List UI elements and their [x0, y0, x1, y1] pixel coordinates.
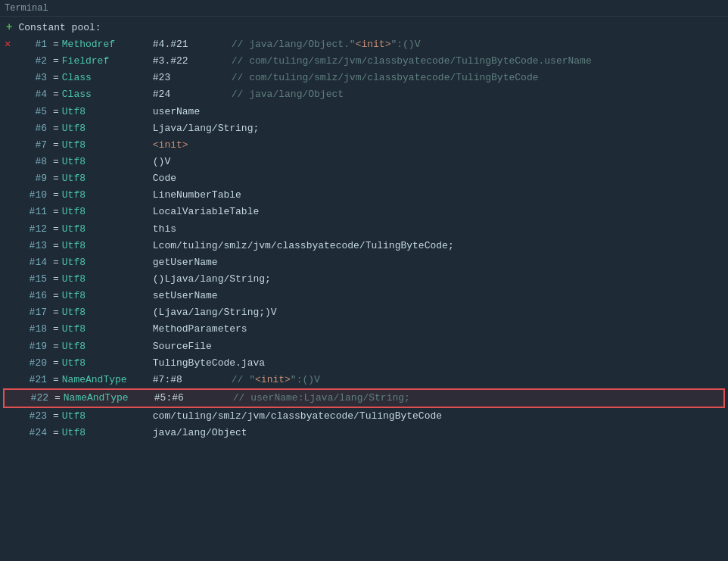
entry-type: Class: [62, 70, 153, 86]
entry-ref: (Ljava/lang/String;)V: [153, 305, 277, 320]
table-row: #16 = Utf8setUserName: [0, 288, 728, 304]
entry-type: Utf8: [62, 305, 153, 320]
entry-equals: =: [53, 171, 59, 186]
entry-type: Utf8: [62, 204, 153, 220]
entry-ref: setUserName: [153, 288, 218, 304]
entry-ref: #5:#6: [154, 391, 215, 406]
entry-type: Utf8: [62, 171, 153, 186]
entry-index: #7: [18, 138, 47, 153]
constant-pool-header: Constant pool:: [18, 22, 101, 33]
entry-index: #13: [18, 238, 47, 254]
entry-index: #15: [18, 272, 47, 287]
table-row: #11 = Utf8LocalVariableTable: [0, 204, 728, 220]
table-row: #17 = Utf8(Ljava/lang/String;)V: [0, 304, 728, 321]
entry-ref: com/tuling/smlz/jvm/classbyatecode/Tulin…: [153, 409, 442, 424]
entry-ref: <init>: [153, 138, 213, 153]
entry-index: #2: [18, 54, 47, 69]
entry-index: #24: [18, 425, 47, 441]
entry-equals: =: [53, 238, 59, 254]
entry-ref: #3.#22: [153, 54, 213, 69]
entry-ref: Code: [153, 171, 213, 186]
x-icon: ✕: [5, 36, 11, 53]
entry-equals: =: [53, 37, 59, 52]
entry-type: Methodref: [62, 37, 153, 52]
entry-comment: // userName:Ljava/lang/String;: [233, 391, 410, 406]
entry-ref: #7:#8: [153, 372, 213, 388]
table-row: #3 = Class#23// com/tuling/smlz/jvm/clas…: [0, 70, 728, 86]
table-row: #22 = NameAndType#5:#6// userName:Ljava/…: [3, 388, 725, 408]
entry-index: #3: [18, 70, 47, 86]
pool-entries: ✕#1 = Methodref#4.#21// java/lang/Object…: [0, 36, 728, 441]
table-row: #8 = Utf8()V: [0, 154, 728, 170]
entry-equals: =: [53, 121, 59, 136]
entry-equals: =: [53, 305, 59, 320]
entry-ref: MethodParameters: [153, 322, 247, 337]
entry-type: Utf8: [62, 356, 153, 371]
entry-ref: LocalVariableTable: [153, 204, 259, 220]
entry-type: Utf8: [62, 339, 153, 354]
entry-type: Utf8: [62, 104, 153, 120]
header-line: + Constant pool:: [0, 21, 728, 36]
entry-type: Utf8: [62, 288, 153, 304]
entry-type: NameAndType: [62, 372, 153, 388]
table-row: #21 = NameAndType#7:#8// "<init>":()V: [0, 372, 728, 388]
table-row: #15 = Utf8()Ljava/lang/String;: [0, 271, 728, 288]
table-row: #7 = Utf8<init>: [0, 137, 728, 154]
table-row: #4 = Class#24// java/lang/Object: [0, 86, 728, 103]
entry-type: Utf8: [62, 188, 153, 203]
table-row: #10 = Utf8LineNumberTable: [0, 187, 728, 204]
entry-index: #21: [18, 372, 47, 388]
plus-icon: +: [6, 21, 12, 33]
table-row: #13 = Utf8Lcom/tuling/smlz/jvm/classbyat…: [0, 238, 728, 254]
table-row: #20 = Utf8TulingByteCode.java: [0, 355, 728, 372]
table-row: #2 = Fieldref#3.#22// com/tuling/smlz/jv…: [0, 53, 728, 70]
table-row: #9 = Utf8Code: [0, 170, 728, 187]
entry-ref: Lcom/tuling/smlz/jvm/classbyatecode/Tuli…: [153, 238, 454, 254]
entry-equals: =: [53, 54, 59, 69]
entry-index: #19: [18, 339, 47, 354]
entry-index: #20: [18, 356, 47, 371]
entry-comment: // "<init>":()V: [232, 372, 320, 388]
entry-equals: =: [53, 222, 59, 237]
entry-ref: SourceFile: [153, 339, 213, 354]
entry-equals: =: [53, 70, 59, 86]
entry-ref: #24: [153, 87, 213, 102]
entry-index: #1: [18, 37, 47, 52]
entry-index: #9: [18, 171, 47, 186]
table-row: #23 = Utf8com/tuling/smlz/jvm/classbyate…: [0, 408, 728, 425]
entry-equals: =: [53, 204, 59, 220]
entry-type: Utf8: [62, 121, 153, 136]
entry-equals: =: [54, 391, 61, 406]
entry-type: Utf8: [62, 138, 153, 153]
title-bar-text: Terminal: [5, 3, 48, 14]
terminal-window: Terminal + Constant pool: ✕#1 = Methodre…: [0, 0, 728, 561]
entry-equals: =: [53, 322, 59, 337]
entry-index: #12: [18, 222, 47, 237]
entry-ref: LineNumberTable: [153, 188, 241, 203]
entry-equals: =: [53, 154, 59, 170]
entry-equals: =: [53, 138, 59, 153]
entry-ref: java/lang/Object: [153, 425, 247, 441]
entry-equals: =: [53, 104, 59, 120]
entry-type: Utf8: [62, 154, 153, 170]
entry-index: #22: [20, 391, 48, 406]
table-row: ✕#1 = Methodref#4.#21// java/lang/Object…: [0, 36, 728, 53]
entry-index: #8: [18, 154, 47, 170]
entry-equals: =: [53, 339, 59, 354]
entry-equals: =: [53, 188, 59, 203]
table-row: #12 = Utf8this: [0, 221, 728, 238]
entry-ref: #4.#21: [153, 37, 213, 52]
entry-type: NameAndType: [64, 391, 154, 406]
entry-comment: // java/lang/Object: [232, 87, 344, 102]
entry-type: Fieldref: [62, 54, 153, 69]
table-row: #6 = Utf8Ljava/lang/String;: [0, 120, 728, 137]
entry-index: #17: [18, 305, 47, 320]
table-row: #24 = Utf8java/lang/Object: [0, 425, 728, 441]
entry-ref: ()Ljava/lang/String;: [153, 272, 271, 287]
entry-index: #14: [18, 255, 47, 270]
entry-type: Utf8: [62, 255, 153, 270]
entry-type: Utf8: [62, 425, 153, 441]
entry-index: #18: [18, 322, 47, 337]
entry-ref: userName: [153, 104, 213, 120]
entry-type: Utf8: [62, 222, 153, 237]
